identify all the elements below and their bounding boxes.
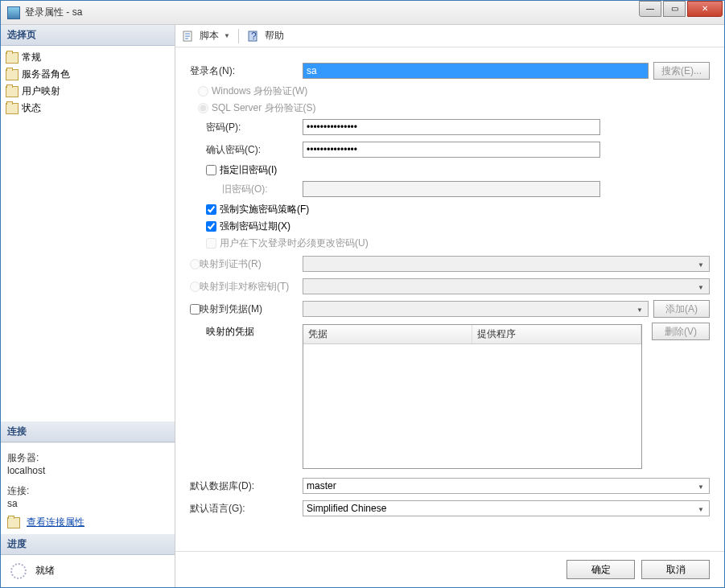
page-icon (6, 86, 19, 97)
spinner-icon (10, 563, 27, 579)
sidebar-item-server-roles[interactable]: 服务器角色 (6, 66, 170, 83)
close-button[interactable]: ✕ (687, 1, 723, 17)
help-icon: ? (247, 30, 260, 43)
credential-combo[interactable]: ▼ (303, 301, 649, 317)
confirm-password-input[interactable] (303, 142, 600, 158)
password-label: 密码(P): (190, 121, 303, 134)
minimize-button[interactable]: — (639, 1, 661, 17)
window-controls: — ▭ ✕ (637, 1, 723, 17)
enforce-expiration-checkbox[interactable] (206, 221, 216, 232)
cancel-button[interactable]: 取消 (641, 560, 710, 579)
login-name-input[interactable] (303, 63, 649, 79)
main-panel: 脚本 ▼ ? 帮助 登录名(N): 搜索(E)... Windows 身份验证(… (175, 25, 724, 587)
specify-old-password-label: 指定旧密码(I) (220, 163, 277, 177)
connection-value: sa (7, 498, 168, 509)
windows-auth-radio (198, 86, 208, 97)
script-icon (182, 30, 195, 43)
enforce-policy-checkbox[interactable] (206, 204, 216, 215)
old-password-input (303, 181, 600, 197)
cert-combo: ▼ (303, 256, 710, 272)
windows-auth-label: Windows 身份验证(W) (212, 84, 307, 98)
server-label: 服务器: (7, 451, 168, 465)
page-list: 常规 服务器角色 用户映射 状态 (1, 46, 175, 120)
remove-button[interactable]: 删除(V) (652, 323, 710, 340)
map-asym-label: 映射到非对称密钥(T) (200, 280, 303, 294)
default-lang-label: 默认语言(G): (190, 502, 303, 516)
server-value: localhost (7, 465, 168, 476)
sidebar-item-status[interactable]: 状态 (6, 100, 170, 117)
login-name-label: 登录名(N): (190, 64, 303, 78)
mapped-credentials-label: 映射的凭据 (190, 323, 303, 339)
map-cert-radio (190, 259, 200, 269)
sql-auth-label: SQL Server 身份验证(S) (212, 101, 316, 115)
script-dropdown-arrow[interactable]: ▼ (224, 32, 230, 39)
add-button[interactable]: 添加(A) (653, 300, 710, 318)
dialog-window: 登录属性 - sa — ▭ ✕ 选择页 常规 服务器角色 用户映射 状态 连接 … (0, 0, 725, 588)
titlebar: 登录属性 - sa — ▭ ✕ (1, 1, 724, 25)
default-db-combo[interactable]: master▼ (303, 478, 710, 494)
enforce-expiration-label: 强制密码过期(X) (220, 220, 290, 233)
view-connection-properties-link[interactable]: 查看连接属性 (27, 516, 84, 529)
app-icon (7, 6, 20, 19)
map-cert-label: 映射到证书(R) (200, 257, 303, 271)
sidebar-item-user-mapping[interactable]: 用户映射 (6, 83, 170, 100)
map-credential-label: 映射到凭据(M) (200, 302, 303, 316)
toolbar: 脚本 ▼ ? 帮助 (175, 25, 724, 47)
page-icon (6, 69, 19, 80)
password-input[interactable] (303, 119, 600, 135)
sidebar-item-general[interactable]: 常规 (6, 49, 170, 66)
connection-section: 服务器: localhost 连接: sa 查看连接属性 (1, 442, 175, 534)
must-change-checkbox (206, 238, 216, 249)
select-page-header: 选择页 (1, 25, 175, 46)
progress-header: 进度 (1, 534, 175, 555)
dialog-button-bar: 确定 取消 (175, 551, 724, 587)
content-area: 选择页 常规 服务器角色 用户映射 状态 连接 服务器: localhost 连… (1, 25, 724, 587)
default-lang-combo[interactable]: Simplified Chinese▼ (303, 500, 710, 516)
form-area: 登录名(N): 搜索(E)... Windows 身份验证(W) SQL Ser… (175, 47, 724, 551)
page-icon (6, 52, 19, 64)
confirm-password-label: 确认密码(C): (190, 143, 303, 157)
default-db-label: 默认数据库(D): (190, 479, 303, 493)
map-asym-radio (190, 282, 200, 292)
enforce-policy-label: 强制实施密码策略(F) (220, 203, 309, 216)
properties-icon (7, 517, 20, 528)
sidebar-item-label: 用户映射 (22, 84, 60, 98)
col-provider: 提供程序 (472, 325, 641, 343)
maximize-button[interactable]: ▭ (663, 1, 686, 17)
sidebar-item-label: 服务器角色 (22, 68, 70, 81)
ok-button[interactable]: 确定 (566, 560, 635, 579)
sidebar-item-label: 常规 (22, 51, 41, 64)
default-lang-value: Simplified Chinese (307, 503, 386, 514)
window-title: 登录属性 - sa (25, 6, 637, 19)
help-button[interactable]: 帮助 (265, 29, 284, 43)
old-password-label: 旧密码(O): (190, 183, 303, 196)
default-db-value: master (307, 480, 336, 491)
page-icon (6, 103, 19, 114)
search-button[interactable]: 搜索(E)... (653, 62, 710, 80)
connection-header: 连接 (1, 421, 175, 442)
must-change-label: 用户在下次登录时必须更改密码(U) (220, 236, 369, 250)
progress-section: 就绪 (1, 555, 175, 587)
sidebar-item-label: 状态 (22, 101, 41, 115)
asym-combo: ▼ (303, 278, 710, 294)
toolbar-separator (238, 29, 239, 43)
credentials-table: 凭据 提供程序 (303, 324, 642, 469)
specify-old-password-checkbox[interactable] (206, 165, 216, 175)
svg-text:?: ? (251, 31, 257, 42)
connection-label: 连接: (7, 484, 168, 498)
sidebar: 选择页 常规 服务器角色 用户映射 状态 连接 服务器: localhost 连… (1, 25, 175, 587)
col-credential: 凭据 (303, 325, 472, 343)
sql-auth-radio (198, 103, 208, 113)
progress-status: 就绪 (35, 565, 55, 576)
script-button[interactable]: 脚本 (200, 29, 219, 43)
